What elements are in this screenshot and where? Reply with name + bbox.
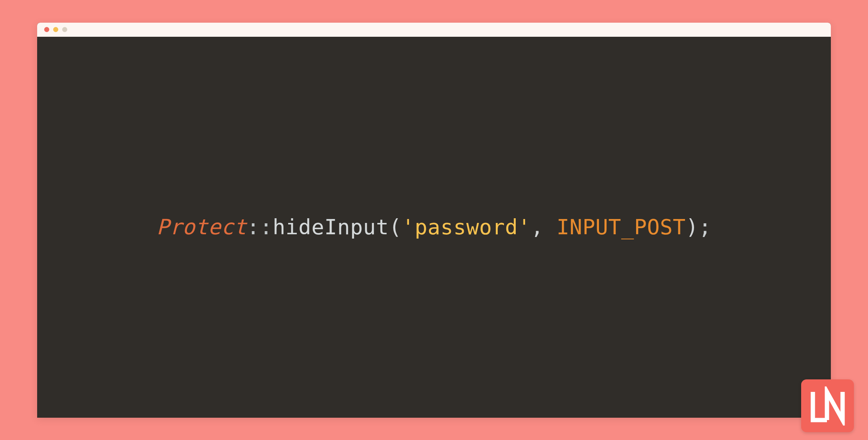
code-token-class: Protect [156,215,247,239]
code-line: Protect::hideInput('password', INPUT_POS… [156,215,712,239]
code-area: Protect::hideInput('password', INPUT_POS… [37,37,831,418]
brand-logo [801,379,854,432]
close-icon[interactable] [44,27,49,32]
code-token-comma: , [531,215,557,239]
code-token-string: 'password' [402,215,531,239]
ln-logo-icon [808,386,847,426]
editor-window: Protect::hideInput('password', INPUT_POS… [37,23,831,418]
code-token-constant: INPUT_POST [557,215,686,239]
code-token-paren-close: ) [686,215,699,239]
code-token-semicolon: ; [699,215,712,239]
maximize-icon[interactable] [62,27,67,32]
window-titlebar [37,23,831,37]
minimize-icon[interactable] [53,27,58,32]
code-token-scope: :: [247,215,273,239]
code-token-function: hideInput [273,215,389,239]
code-token-paren-open: ( [389,215,402,239]
